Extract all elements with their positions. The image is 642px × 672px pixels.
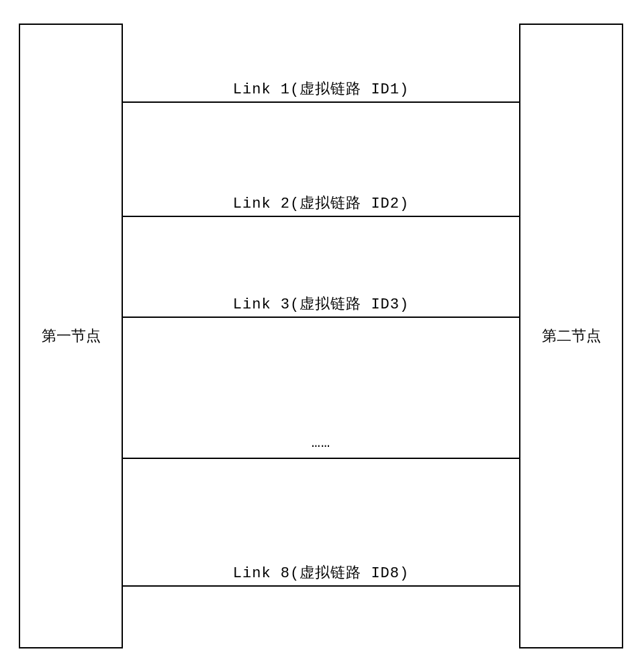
link-1-label: Link 1(虚拟链路 ID1) <box>123 79 519 99</box>
first-node: 第一节点 <box>19 24 123 648</box>
link-ellipsis-label: …… <box>123 435 519 452</box>
network-diagram: 第一节点 第二节点 Link 1(虚拟链路 ID1) Link 2(虚拟链路 I… <box>19 24 623 648</box>
link-3-line <box>123 317 519 318</box>
first-node-label: 第一节点 <box>42 326 101 346</box>
second-node-label: 第二节点 <box>542 326 601 346</box>
link-1-line <box>123 101 519 103</box>
link-2-label: Link 2(虚拟链路 ID2) <box>123 193 519 213</box>
link-8-label: Link 8(虚拟链路 ID8) <box>123 562 519 583</box>
link-2-line <box>123 216 519 217</box>
link-8-line <box>123 585 519 587</box>
link-3-label: Link 3(虚拟链路 ID3) <box>123 294 519 314</box>
link-ellipsis-line <box>123 458 519 459</box>
second-node: 第二节点 <box>519 24 623 648</box>
